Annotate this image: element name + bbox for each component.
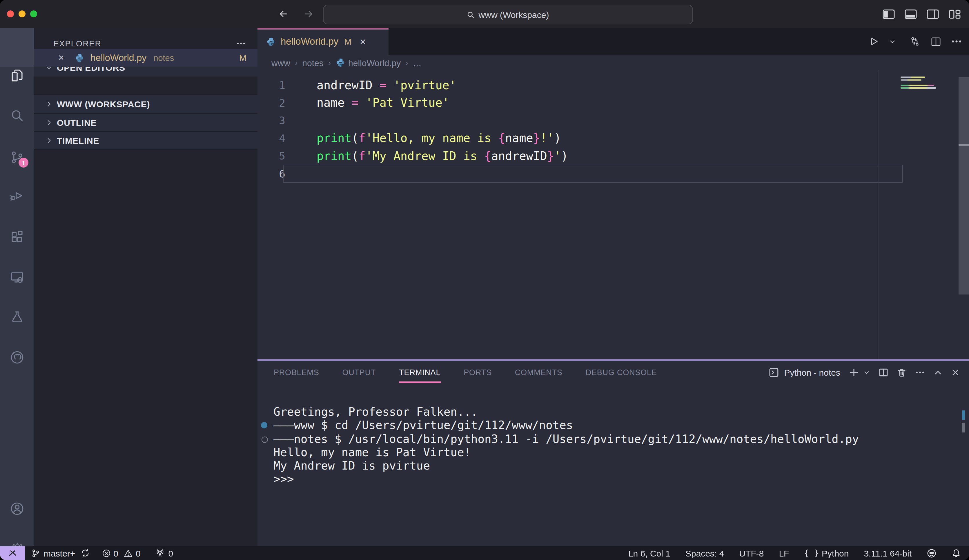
line-number: 3 — [258, 115, 285, 127]
breadcrumb-item[interactable]: … — [413, 58, 421, 68]
copilot-icon — [927, 548, 937, 558]
synchronize-changes-button[interactable] — [909, 35, 921, 48]
open-editor-filename: helloWorld.py — [90, 52, 147, 63]
kill-terminal-button[interactable] — [897, 367, 906, 377]
workspace-title: www (Workspace) — [479, 10, 549, 20]
ports-status[interactable]: 0 — [156, 548, 173, 558]
error-count: 0 — [113, 548, 118, 558]
column-ruler — [879, 70, 879, 359]
breadcrumb[interactable]: www›notes› helloWorld.py›… — [271, 55, 421, 70]
split-editor-button[interactable] — [930, 36, 942, 47]
run-python-file-button[interactable] — [867, 35, 880, 48]
sidebar-title: EXPLORER — [53, 39, 101, 48]
eol-status[interactable]: LF — [779, 548, 789, 558]
tab-helloworld[interactable]: helloWorld.py M ✕ — [258, 28, 388, 55]
indentation-status[interactable]: Spaces: 4 — [686, 548, 724, 558]
panel-tab-problems[interactable]: PROBLEMS — [274, 360, 319, 385]
new-terminal-button[interactable] — [849, 367, 859, 377]
account-icon — [9, 501, 25, 517]
code-line[interactable]: 4print(f'Hello, my name is {name}!') — [258, 129, 899, 147]
sidebar-item-source-control[interactable]: 1 — [9, 150, 25, 165]
copilot-status-button[interactable] — [927, 548, 937, 558]
panel-tab-output[interactable]: OUTPUT — [342, 360, 376, 385]
terminal-launch-dropdown[interactable] — [864, 369, 870, 376]
cursor-position-status[interactable]: Ln 6, Col 1 — [628, 548, 670, 558]
toggle-sidebar-button[interactable] — [882, 7, 895, 21]
code-line[interactable]: 2name = 'Pat Virtue' — [258, 94, 899, 111]
problems-status[interactable]: 0 0 — [102, 548, 140, 558]
terminal-output[interactable]: Greetings, Professor Falken...———www $ c… — [273, 405, 859, 486]
panel-actions: Python - notes — [769, 360, 960, 385]
breadcrumb-item[interactable]: helloWorld.py — [335, 58, 401, 68]
section-timeline[interactable]: TIMELINE — [34, 131, 258, 150]
toggle-panel-button[interactable] — [904, 7, 917, 21]
split-terminal-button[interactable] — [879, 367, 888, 377]
encoding-status[interactable]: UTF-8 — [739, 548, 764, 558]
command-center-search[interactable]: www (Workspace) — [323, 5, 693, 24]
open-editor-folder: notes — [153, 53, 174, 62]
panel-tab-terminal[interactable]: TERMINAL — [399, 360, 440, 385]
arrow-left-icon — [278, 9, 289, 18]
back-button[interactable] — [276, 7, 291, 22]
notifications-button[interactable] — [952, 548, 961, 558]
terminal-profile-icon — [769, 367, 779, 377]
chevron-right-icon — [45, 100, 53, 108]
line-number: 5 — [258, 150, 285, 162]
toggle-secondary-sidebar-button[interactable] — [926, 7, 939, 21]
line-number: 4 — [258, 132, 285, 145]
close-editor-icon[interactable]: ✕ — [58, 53, 66, 62]
sidebar-item-search[interactable] — [9, 108, 25, 124]
git-branch-status[interactable]: master+ — [31, 548, 90, 558]
customize-layout-button[interactable] — [948, 7, 961, 21]
maximize-panel-button[interactable] — [934, 368, 942, 377]
tab-close-icon[interactable]: ✕ — [360, 37, 366, 46]
close-panel-button[interactable] — [951, 368, 960, 377]
terminal-line: ———www $ cd /Users/pvirtue/git/112/www/n… — [273, 419, 859, 432]
explorer-more-actions-button[interactable] — [236, 38, 246, 48]
language-mode-status[interactable]: { } Python — [804, 548, 849, 558]
line-content: print(f'Hello, my name is {name}!') — [316, 131, 561, 145]
open-editor-item-helloworld[interactable]: ✕ helloWorld.py notes M — [34, 49, 258, 66]
section-workspace[interactable]: WWW (WORKSPACE) — [34, 95, 258, 113]
ports-count: 0 — [168, 548, 173, 558]
python-interpreter-status[interactable]: 3.11.1 64-bit — [864, 548, 912, 558]
breadcrumb-item[interactable]: www — [271, 58, 290, 68]
sidebar-item-testing[interactable] — [9, 309, 25, 325]
zoom-window-button[interactable] — [30, 10, 37, 17]
play-icon — [867, 35, 880, 48]
explorer-sidebar: EXPLORER OPEN EDITORS ✕ helloWorld.py no… — [34, 28, 258, 546]
close-window-button[interactable] — [7, 10, 14, 17]
remote-indicator-button[interactable] — [0, 546, 25, 560]
active-view-highlight — [0, 28, 34, 67]
breadcrumb-item[interactable]: notes — [302, 58, 323, 68]
panel-tab-debug-console[interactable]: DEBUG CONSOLE — [586, 360, 657, 385]
minimize-window-button[interactable] — [18, 10, 25, 17]
code-line[interactable]: 3 — [258, 111, 899, 129]
sidebar-item-extensions[interactable] — [9, 229, 25, 244]
code-line[interactable]: 1andrewID = 'pvirtue' — [258, 76, 899, 94]
run-debug-icon — [9, 188, 25, 203]
terminal-line: ———notes $ /usr/local/bin/python3.11 -i … — [273, 432, 859, 446]
editor-actions — [867, 28, 962, 55]
accounts-button[interactable] — [9, 501, 25, 517]
panel-tab-ports[interactable]: PORTS — [464, 360, 492, 385]
split-editor-icon — [930, 36, 942, 47]
panel-more-actions-button[interactable] — [915, 367, 925, 377]
sidebar-item-explorer[interactable] — [9, 68, 25, 83]
editor-scrollbar[interactable] — [959, 70, 969, 359]
chevron-down-icon — [864, 369, 870, 376]
sidebar-item-remote-explorer[interactable] — [9, 269, 25, 285]
minimap[interactable] — [901, 76, 959, 90]
scrollbar-thumb[interactable] — [959, 77, 969, 294]
section-outline[interactable]: OUTLINE — [34, 113, 258, 131]
tab-modified-badge: M — [344, 37, 351, 47]
sidebar-item-github[interactable] — [9, 349, 25, 365]
panel-tab-comments[interactable]: COMMENTS — [515, 360, 563, 385]
forward-button[interactable] — [301, 7, 316, 22]
vscode-window: www (Workspace) 1 — [0, 0, 969, 560]
code-line[interactable]: 5print(f'My Andrew ID is {andrewID}') — [258, 147, 899, 165]
sidebar-item-run-debug[interactable] — [9, 188, 25, 203]
editor-more-actions-button[interactable] — [951, 36, 962, 47]
run-dropdown-button[interactable] — [889, 38, 896, 45]
activity-bar: 1 — [0, 28, 34, 546]
